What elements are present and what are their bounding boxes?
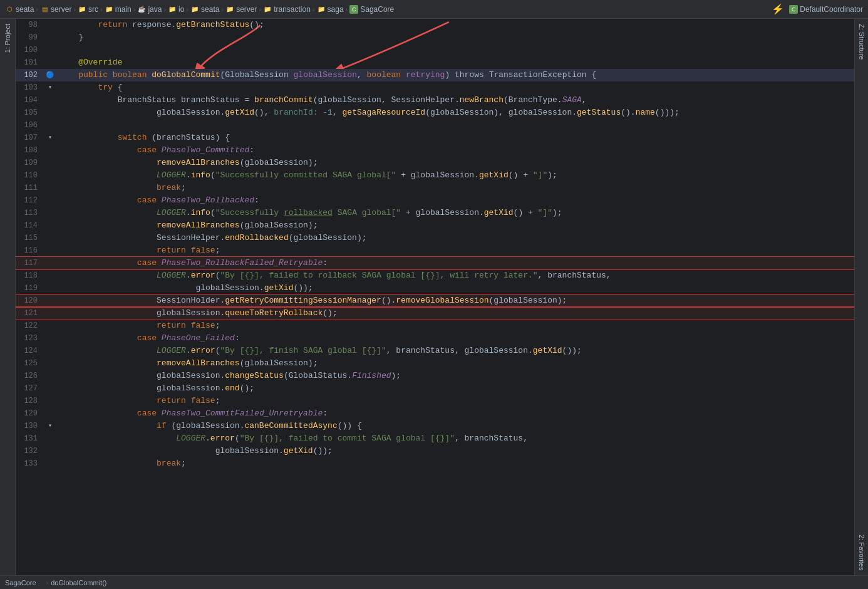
breadcrumb-main[interactable]: main — [115, 5, 132, 14]
breadcrumb-server2[interactable]: server — [236, 5, 257, 14]
status-bar: SagaCore › doGlobalCommit() — [0, 575, 868, 589]
structure-tab[interactable]: Z: Structure — [855, 19, 868, 65]
table-row: 119 globalSession.getXid()); — [16, 282, 854, 294]
breadcrumb-src[interactable]: src — [88, 5, 98, 14]
table-row: 126 globalSession.changeStatus(GlobalSta… — [16, 370, 854, 382]
table-row: 103 ▾ try { — [16, 81, 854, 94]
code-lines: 98 return response.getBranchStatus(); 99… — [16, 19, 854, 575]
breadcrumb-sagacore[interactable]: SagaCore — [360, 5, 394, 14]
transaction-icon: 📁 — [263, 5, 272, 14]
breadcrumb-java[interactable]: java — [148, 5, 162, 14]
table-row: 122 return false; — [16, 320, 854, 332]
table-row: 133 break; — [16, 457, 854, 470]
table-row: 123 case PhaseOne_Failed: — [16, 332, 854, 345]
status-file: SagaCore — [5, 579, 36, 586]
breadcrumb-transaction[interactable]: transaction — [274, 5, 311, 14]
favorites-tab[interactable]: 2: Favorites — [855, 529, 868, 575]
table-row: 114 removeAllBranches(globalSession); — [16, 219, 854, 232]
editor-area: 1: Project — [0, 19, 868, 575]
table-row: 102 🔵 public boolean doGlobalCommit(Glob… — [16, 69, 854, 81]
breadcrumb-bar: ⬡ seata › ▤ server › 📁 src › 📁 main › ☕ … — [0, 0, 868, 19]
java-icon: ☕ — [137, 5, 146, 14]
table-row: 111 break; — [16, 182, 854, 194]
table-row: 120 SessionHolder.getRetryCommittingSess… — [16, 294, 854, 307]
server2-icon: 📁 — [225, 5, 234, 14]
left-sidebar: 1: Project — [0, 19, 16, 575]
module-icon: ▤ — [40, 5, 49, 14]
table-row: 127 globalSession.end(); — [16, 382, 854, 395]
table-row: 104 BranchStatus branchStatus = branchCo… — [16, 94, 854, 107]
breadcrumb[interactable]: ⬡ seata › ▤ server › 📁 src › 📁 main › ☕ … — [5, 5, 394, 14]
table-row: 106 — [16, 119, 854, 132]
breadcrumb-io[interactable]: io — [178, 5, 184, 14]
table-row: 113 LOGGER.info("Successfully rollbacked… — [16, 207, 854, 219]
table-row: 117 case PhaseTwo_RollbackFailed_Retryab… — [16, 257, 854, 269]
table-row: 116 return false; — [16, 244, 854, 257]
table-row: 115 SessionHelper.endRollbacked(globalSe… — [16, 232, 854, 244]
table-row: 118 LOGGER.error("By [{}], failed to rol… — [16, 269, 854, 282]
saga-icon: 📁 — [317, 5, 326, 14]
main-icon: 📁 — [105, 5, 113, 14]
table-row: 98 return response.getBranchStatus(); — [16, 19, 854, 31]
project-icon: ⬡ — [5, 5, 14, 14]
right-class-name[interactable]: DefaultCoordinator — [800, 5, 863, 14]
table-row: 129 case PhaseTwo_CommitFailed_Unretryab… — [16, 407, 854, 420]
breadcrumb-seata2[interactable]: seata — [201, 5, 219, 14]
table-row: 124 LOGGER.error("By [{}], finish SAGA g… — [16, 345, 854, 357]
right-nav: ⚡ C DefaultCoordinator — [772, 3, 863, 15]
code-editor[interactable]: 98 return response.getBranchStatus(); 99… — [16, 19, 854, 575]
breadcrumb-server[interactable]: server — [51, 5, 71, 14]
table-row: 107 ▾ switch (branchStatus) { — [16, 132, 854, 144]
table-row: 121 globalSession.queueToRetryRollback()… — [16, 307, 854, 320]
right-class-icon: C — [789, 5, 798, 14]
table-row: 105 globalSession.getXid(), branchId: -1… — [16, 107, 854, 119]
seata2-icon: 📁 — [190, 5, 199, 14]
status-method: doGlobalCommit() — [51, 579, 106, 586]
table-row: 112 case PhaseTwo_Rollbacked: — [16, 194, 854, 207]
breadcrumb-saga[interactable]: saga — [328, 5, 344, 14]
io-icon: 📁 — [168, 5, 177, 14]
table-row: 132 globalSession.getXid()); — [16, 445, 854, 457]
table-row: 109 removeAllBranches(globalSession); — [16, 157, 854, 169]
table-row: 131 LOGGER.error("By [{}], failed to com… — [16, 432, 854, 445]
table-row: 101 @Override — [16, 56, 854, 69]
src-icon: 📁 — [78, 5, 86, 14]
table-row: 99 } — [16, 31, 854, 44]
table-row: 130 ▾ if (globalSession.canBeCommittedAs… — [16, 420, 854, 432]
table-row: 100 — [16, 44, 854, 56]
breadcrumb-seata[interactable]: seata — [16, 5, 34, 14]
right-sidebar: Z: Structure 2: Favorites — [854, 19, 868, 575]
class-icon: C — [349, 5, 358, 14]
table-row: 108 case PhaseTwo_Committed: — [16, 144, 854, 157]
table-row: 125 removeAllBranches(globalSession); — [16, 357, 854, 370]
table-row: 128 return false; — [16, 395, 854, 407]
table-row: 110 LOGGER.info("Successfully committed … — [16, 169, 854, 182]
project-tab[interactable]: 1: Project — [1, 19, 14, 58]
nav-left-icon[interactable]: ⚡ — [772, 3, 784, 15]
